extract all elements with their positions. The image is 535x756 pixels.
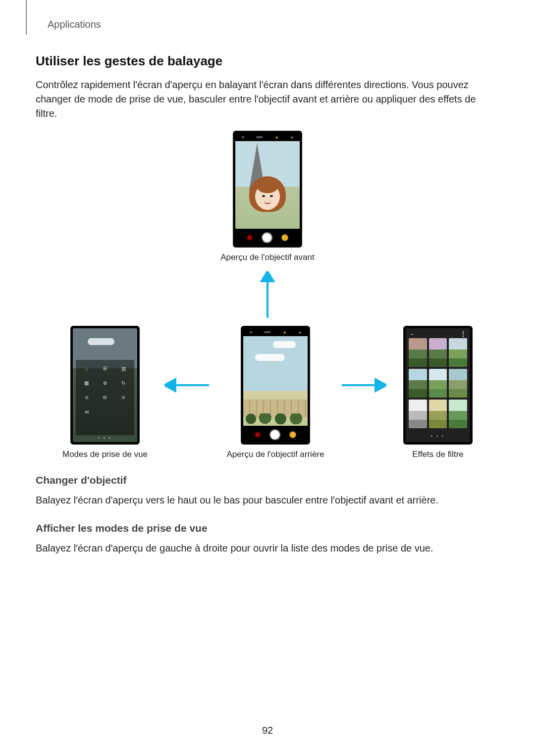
filters-grid <box>409 338 467 428</box>
arrow-right <box>341 326 386 445</box>
mode-cell: ⧈ <box>79 392 94 403</box>
camera-top-bar: ⧉ HDR ⚡ ⚙ <box>243 328 308 336</box>
shutter-icon <box>269 429 280 440</box>
caption-modes: Modes de prise de vue <box>62 450 148 459</box>
filters-stack: ← ⋮ • • • <box>403 326 473 459</box>
phone-filters: ← ⋮ • • • <box>403 326 473 445</box>
filter-thumb <box>449 369 467 398</box>
modes-grid: ⌂ ⦿ ▥ ▦ ⊕ ↻ ⧈ ⧉ ⧆ ✉ <box>76 360 134 435</box>
mode-cell: ▦ <box>79 377 94 389</box>
flash-icon: ⚡ <box>283 331 286 334</box>
intro-paragraph: Contrôlez rapidement l'écran d'aperçu en… <box>36 78 499 121</box>
mode-cell: ⧆ <box>116 392 131 403</box>
page-content: Utiliser les gestes de balayage Contrôle… <box>36 53 499 565</box>
mode-cell: ✉ <box>79 406 94 418</box>
svg-marker-3 <box>164 379 175 391</box>
mode-cell: ⊕ <box>97 377 112 389</box>
body-change-lens: Balayez l'écran d'aperçu vers le haut ou… <box>36 493 499 507</box>
caption-filters: Effets de filtre <box>412 450 464 459</box>
camera-top-bar: ⧉ HDR ⚡ ⚙ <box>235 133 300 141</box>
gear-icon: ⚙ <box>299 331 301 334</box>
rear-preview-stack: ⧉ HDR ⚡ ⚙ Aperçu de l'objectif arrière <box>227 326 324 459</box>
effects-icon <box>289 431 296 438</box>
record-icon <box>247 235 253 241</box>
mode-cell: ⧉ <box>97 392 112 403</box>
effects-icon <box>281 234 288 241</box>
gear-icon: ⚙ <box>291 136 293 139</box>
hdr-label: HDR <box>264 331 270 334</box>
body-show-modes: Balayez l'écran d'aperçu de gauche à dro… <box>36 541 499 555</box>
cloud-icon <box>255 354 285 361</box>
arrow-left <box>164 326 210 445</box>
filter-thumb <box>429 400 447 428</box>
page-dots: • • • <box>73 436 137 440</box>
front-preview-stack: ⧉ HDR ⚡ ⚙ Aperçu de l'objectif avant <box>36 131 499 262</box>
page-title: Utiliser les gestes de balayage <box>36 53 499 69</box>
svg-marker-1 <box>262 271 273 281</box>
modes-stack: ⌂ ⦿ ▥ ▦ ⊕ ↻ ⧈ ⧉ ⧆ ✉ • • • <box>62 326 148 459</box>
phone-screen: ⌂ ⦿ ▥ ▦ ⊕ ↻ ⧈ ⧉ ⧆ ✉ • • • <box>73 328 137 442</box>
shutter-icon <box>262 232 272 243</box>
resize-icon: ⧉ <box>250 331 252 334</box>
phone-rear-preview: ⧉ HDR ⚡ ⚙ <box>241 326 310 445</box>
filter-thumb <box>429 338 447 367</box>
filter-thumb <box>429 369 447 398</box>
filter-thumb <box>409 338 427 367</box>
trees-illustration <box>243 413 308 424</box>
page-number: 92 <box>0 725 535 736</box>
mode-cell: ⦿ <box>97 363 112 374</box>
record-icon <box>255 432 261 438</box>
shutter-bar <box>234 229 301 247</box>
shutter-bar <box>242 426 309 444</box>
resize-icon: ⧉ <box>242 136 244 139</box>
caption-rear: Aperçu de l'objectif arrière <box>227 450 324 459</box>
hdr-label: HDR <box>256 136 263 139</box>
header-rule <box>26 0 27 35</box>
subheading-change-lens: Changer d'objectif <box>36 474 499 486</box>
flash-icon: ⚡ <box>275 136 278 139</box>
mode-cell: ▥ <box>116 363 131 374</box>
filter-thumb <box>449 338 467 367</box>
subheading-show-modes: Afficher les modes de prise de vue <box>36 522 499 534</box>
cloud-icon <box>273 341 296 348</box>
filter-thumb <box>449 400 467 428</box>
face-illustration <box>249 176 286 220</box>
phone-screen: ← ⋮ • • • <box>406 328 470 442</box>
mode-cell: ⌂ <box>79 363 94 374</box>
phone-screen <box>243 328 308 442</box>
arrow-up <box>36 271 499 321</box>
cloud-icon <box>88 338 114 345</box>
phone-modes: ⌂ ⦿ ▥ ▦ ⊕ ↻ ⧈ ⧉ ⧆ ✉ • • • <box>70 326 140 445</box>
section-header: Applications <box>48 19 101 30</box>
mode-cell: ↻ <box>116 377 131 389</box>
filter-thumb <box>409 400 427 428</box>
caption-front: Aperçu de l'objectif avant <box>220 252 314 262</box>
menu-icon: ⋮ <box>460 330 466 337</box>
page-dots: • • • <box>406 434 470 438</box>
bottom-row: ⌂ ⦿ ▥ ▦ ⊕ ↻ ⧈ ⧉ ⧆ ✉ • • • <box>36 326 499 459</box>
figure-block: ⧉ HDR ⚡ ⚙ Aperçu de l'objectif avant <box>36 131 499 459</box>
svg-marker-5 <box>375 379 386 391</box>
filter-thumb <box>409 369 427 398</box>
phone-front-preview: ⧉ HDR ⚡ ⚙ <box>233 131 302 248</box>
back-icon: ← <box>410 331 415 337</box>
